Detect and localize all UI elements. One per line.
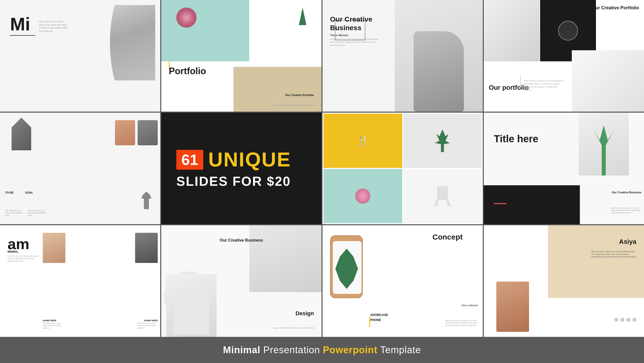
unique-row: 61 UNIQUE	[176, 148, 291, 171]
slide-11: Concept SHOWCASE PHONE This is Minimal M…	[323, 225, 483, 337]
slide-1: Mi More than for one comp press to for s…	[0, 0, 160, 112]
title-here: Title here	[494, 133, 538, 145]
plant-icon	[435, 129, 450, 152]
team-person-2	[135, 233, 158, 263]
clock-decoration	[558, 21, 578, 41]
plant-photo	[579, 113, 629, 175]
footer-presentation: Presentation	[260, 345, 323, 355]
yellow-bar	[369, 317, 370, 327]
dot-1	[614, 318, 618, 322]
plant-leaf	[299, 8, 306, 25]
footer-powerpoint: Powerpoint	[323, 345, 378, 355]
our-portfolio: Our portfolio	[489, 84, 529, 92]
asiya-name: Asiya	[619, 238, 636, 246]
slide-7: 🍴	[323, 113, 483, 224]
plant-pot	[298, 28, 308, 35]
fork-spoon-icon: 🍴	[356, 135, 369, 147]
beige-background	[548, 225, 644, 298]
asiya-photo	[496, 282, 529, 332]
portfolio-title: Portfolio	[169, 66, 206, 76]
slide-3: Our Creative Business This is Minimal Mo…	[323, 0, 483, 112]
chair-area	[166, 274, 217, 337]
card-subtext: elpet. Creatist dirth subbus whelt now k…	[272, 104, 314, 107]
photo-cell-light	[403, 114, 482, 168]
dot-3	[626, 318, 630, 322]
slide8-desc: More then for one gloss to fix caint gat…	[611, 207, 641, 214]
title-box: Our Creative Business This is Minimal Mo…	[330, 15, 380, 47]
pink-accent	[494, 203, 506, 204]
dot-4	[632, 318, 636, 322]
footer-template: Template	[377, 345, 421, 355]
slide-12: Asiya More Item know, Long press to for …	[484, 225, 644, 337]
flower-icon	[355, 189, 370, 204]
slide-2: Portfolio Our Creative Portfolio elpet. …	[161, 0, 321, 112]
name-1: NAME HERE	[43, 319, 56, 322]
dark-footer-block	[484, 185, 580, 224]
mi-subtext: More than for one comp press to for sale…	[39, 20, 69, 33]
goal-label: GOAL	[25, 191, 33, 194]
phone-screen	[333, 241, 361, 294]
footer-minimal: Minimal	[223, 345, 260, 355]
teal-bg	[161, 0, 249, 61]
slide3-subtitle: This is Minimal	[330, 34, 380, 37]
slide-6: 61 UNIQUE SLIDES FOR $20	[161, 113, 321, 224]
slides-for-text: SLIDES FOR $20	[176, 174, 291, 189]
concept-title: Concept	[432, 233, 463, 241]
chair-icon	[434, 186, 451, 206]
to-be-label: TO-BE	[5, 191, 14, 194]
dog-area	[395, 0, 483, 112]
footer: Minimal Presentation Powerpoint Template	[0, 337, 644, 363]
asiya-desc: More Item know, Long press to for caint …	[591, 250, 636, 258]
slide11-desc: More then for one comp press to for star…	[445, 320, 478, 327]
social-dots	[614, 318, 636, 322]
slide-5: TO-BE GOAL More Item know long press for…	[0, 113, 160, 224]
name2-sub: More Item know, Long press comp for forw…	[138, 322, 158, 329]
photo-cell-white	[403, 169, 482, 223]
design-sub: elpet. Creatist dirth subbus whelt now k…	[273, 327, 314, 329]
building-shape	[5, 118, 38, 150]
main-title: Our Creative Business	[330, 15, 380, 32]
chair-shape	[174, 289, 209, 334]
plant-decoration	[294, 5, 311, 35]
creative-business-title: Our Creative Business	[220, 238, 263, 243]
dog-photo	[249, 225, 321, 292]
slide-9: am MINIMAL more then for one comp gather…	[0, 225, 160, 337]
chess-piece	[140, 192, 153, 209]
slide3-body: More then for one comp press to for star…	[330, 38, 380, 47]
flower-decoration	[176, 8, 196, 28]
name-2: NAME HERE	[144, 319, 158, 322]
notebook-img	[484, 0, 540, 61]
plant-shape	[594, 125, 614, 175]
person1-photo	[115, 120, 135, 145]
photo-cell-yellow: 🍴	[324, 114, 402, 168]
slide-10: Our Creative Business Design elpet. Crea…	[161, 225, 321, 337]
mi-underline	[10, 35, 35, 36]
dot-2	[620, 318, 624, 322]
photo-cell-teal	[324, 169, 402, 223]
minimal-label: MINIMAL	[8, 250, 18, 253]
slide-8: Title here Our Creative Business More th…	[484, 113, 644, 224]
feather-decoration	[105, 5, 155, 80]
number-badge: 61	[176, 150, 203, 170]
team-person-1	[43, 233, 65, 263]
person2-photo	[138, 120, 158, 145]
chair-img	[572, 50, 644, 112]
sub2-text: More Item know long press forward gather…	[28, 209, 48, 217]
footer-text: Minimal Presentation Powerpoint Template	[223, 345, 421, 355]
creative-business-text: Our Creative Business	[612, 191, 641, 194]
showcase-label: SHOWCASE	[370, 313, 388, 317]
team-letter: am	[8, 235, 29, 253]
sub1-text: More Item know long press forward gather…	[5, 209, 25, 217]
phone-label: PHONE	[370, 318, 381, 322]
card-title: Our Creative Portfolio	[285, 94, 314, 97]
divider-line	[520, 75, 521, 88]
team-desc: more then for one comp gathered raises e…	[8, 255, 40, 262]
portfolio-text: Our Creative Portfolio	[592, 5, 639, 11]
portfolio-description: More then for one gloss to fix caint gat…	[524, 79, 564, 92]
mi-title: Mi	[10, 15, 30, 33]
design-title: Design	[296, 310, 314, 317]
phone-mockup	[330, 235, 363, 298]
unique-text: UNIQUE	[208, 148, 291, 171]
name1-sub: More Item know, Long press comp for forw…	[43, 322, 63, 329]
dog-silhouette	[414, 31, 464, 112]
